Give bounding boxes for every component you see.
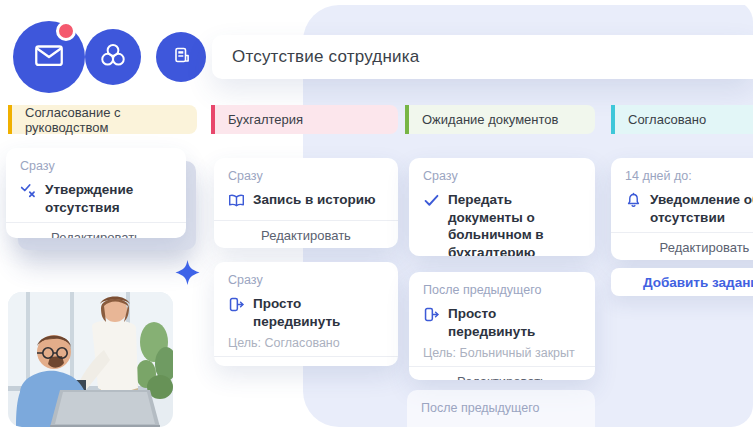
sparkle-icon: [174, 259, 201, 290]
webhook-icon: [99, 41, 127, 73]
column-header-approval: Согласование с руководством: [8, 105, 197, 134]
task-timing: После предыдущего: [421, 401, 581, 415]
task-title: Просто передвинуть: [448, 305, 581, 340]
process-title-bar: Отсутствие сотрудника: [212, 35, 753, 79]
column-label: Согласовано: [628, 112, 706, 127]
edit-button[interactable]: Редактировать: [214, 220, 398, 248]
task-card[interactable]: После предыдущего Просто передвинуть Цел…: [409, 272, 595, 380]
task-goal: Цель: Согласовано: [228, 336, 384, 350]
move-icon: [423, 305, 440, 328]
bell-icon: [625, 191, 642, 214]
column-header-waiting-docs: Ожидание документов: [405, 105, 595, 134]
task-timing: Сразу: [228, 273, 384, 287]
task-timing: Сразу: [20, 159, 172, 173]
task-card[interactable]: Сразу Утверждение отсутствия Редактирова…: [6, 148, 186, 238]
add-task-label: Добавить задание: [643, 275, 753, 290]
webhook-button[interactable]: [85, 29, 141, 85]
office-photo: [8, 292, 173, 427]
task-title: Передать документы о больничном в бухгал…: [448, 191, 581, 256]
document-button[interactable]: [156, 32, 206, 82]
process-title: Отсутствие сотрудника: [232, 47, 419, 67]
task-title: Запись в историю: [253, 191, 376, 209]
task-card[interactable]: Сразу Запись в историю Редактировать: [214, 158, 398, 248]
column-label: Ожидание документов: [422, 112, 558, 127]
document-icon: [169, 43, 193, 71]
task-timing: Сразу: [228, 169, 384, 183]
column-label: Бухгалтерия: [228, 112, 303, 127]
task-timing: 14 дней до:: [625, 169, 753, 183]
task-card[interactable]: 14 дней до: Уведомление об отсутствии Ре…: [611, 158, 753, 260]
edit-button[interactable]: Редактировать: [6, 222, 186, 238]
task-card-partial[interactable]: После предыдущего: [407, 390, 595, 427]
book-icon: [228, 191, 245, 214]
edit-button[interactable]: Редактировать: [214, 356, 398, 366]
column-header-accounting: Бухгалтерия: [211, 105, 398, 134]
workflow-board-page: Отсутствие сотрудника Согласование с рук…: [0, 0, 753, 427]
check-icon: [423, 191, 440, 214]
task-card[interactable]: Сразу Передать документы о больничном в …: [409, 158, 595, 256]
edit-button[interactable]: Редактировать: [611, 232, 753, 260]
task-goal: Цель: Больничный закрыт: [423, 346, 581, 360]
column-label: Согласование с руководством: [25, 105, 197, 135]
approve-reject-icon: [20, 181, 37, 204]
notification-dot: [56, 21, 76, 41]
task-timing: После предыдущего: [423, 283, 581, 297]
move-icon: [228, 295, 245, 318]
task-title: Утверждение отсутствия: [45, 181, 172, 216]
edit-button[interactable]: Редактировать: [409, 366, 595, 380]
task-timing: Сразу: [423, 169, 581, 183]
task-title: Уведомление об отсутствии: [650, 191, 753, 226]
task-title: Просто передвинуть: [253, 295, 384, 330]
column-header-approved: Согласовано: [611, 105, 753, 134]
mail-icon: [32, 38, 66, 76]
task-card[interactable]: Сразу Просто передвинуть Цель: Согласова…: [214, 262, 398, 366]
add-task-button[interactable]: Добавить задание: [611, 268, 753, 296]
